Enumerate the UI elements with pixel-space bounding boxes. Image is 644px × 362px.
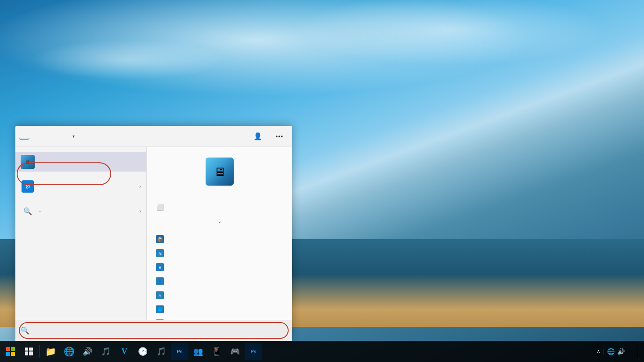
settings-icon: ⚙ [21,179,35,194]
taskbar-left: 📁 🌐 🔊 🎵 V 🕐 🎵 Ps 👥 📱 🎮 Ps [0,343,264,360]
svg-rect-5 [29,348,33,351]
web-section-label [15,196,146,201]
system-tray-icons: ∧ [597,348,601,355]
recent-item-4[interactable]: A [147,288,292,302]
recent-icon-4: A [156,291,164,300]
recent-item-2[interactable]: 🖥 [147,260,292,274]
open-action[interactable]: ⬜ [147,198,292,216]
svg-rect-0 [6,347,10,351]
more-chevron-icon: ▾ [72,134,75,139]
search-input-oval-highlight [19,322,289,339]
system-tray: ∧ | 🌐 🔊 [597,348,627,355]
svg-rect-6 [25,351,28,355]
web-search-item[interactable]: 🔍 - › [15,201,146,221]
recent-icon-3: 👤 [156,277,164,286]
tab-more[interactable]: ▾ [65,131,80,141]
panel-body: 🖥 ⚙ › 🔍 [15,147,292,341]
expand-chevron-icon[interactable]: ⌄ [217,218,222,224]
web-search-title: - [39,208,135,215]
tab-documents[interactable] [42,134,52,139]
left-column: 🖥 ⚙ › 🔍 [15,147,146,341]
recent-item-3[interactable]: 👤 [147,274,292,288]
taskbar-audio[interactable]: 🔊 [79,343,96,360]
search-bar-icon: 🔍 [21,326,29,335]
more-options-button[interactable]: ••• [270,130,289,143]
best-match-item[interactable]: 🖥 [15,152,146,172]
settings-app-item[interactable]: ⚙ › [15,177,146,196]
recent-icon-0: 📦 [156,235,164,244]
recent-item-1[interactable]: 🖨 [147,246,292,260]
web-search-text: - [39,208,135,215]
search-input-bar[interactable]: 🔍 [15,320,292,341]
network-icon[interactable]: 🌐 [607,348,615,355]
web-search-arrow-icon: › [139,208,141,214]
taskbar-file-explorer[interactable]: 📁 [42,343,59,360]
taskbar-phone[interactable]: 📱 [208,343,225,360]
svg-rect-1 [11,347,15,351]
svg-rect-7 [29,351,33,355]
taskbar-divider-1 [40,345,40,358]
search-panel: ▾ 👤 ••• 🖥 ⚙ [15,126,292,341]
start-button[interactable] [2,343,19,360]
svg-rect-3 [11,352,15,356]
right-app-icon: 🖥 [206,158,234,186]
taskbar-vega[interactable]: V [116,343,133,360]
tab-apps[interactable] [30,134,41,139]
taskbar-xbox[interactable]: 🎮 [226,343,244,360]
task-view-button[interactable] [20,343,38,360]
recent-icon-5: 🌐 [156,305,164,314]
taskbar-media[interactable]: 🎵 [97,343,115,360]
recent-item-5[interactable]: 🌐 [147,302,292,316]
taskbar-photoshop[interactable]: Ps [171,343,188,360]
settings-arrow-icon: › [139,183,141,190]
right-top-section: 🖥 [147,147,292,198]
clock[interactable] [629,350,636,353]
taskbar: 📁 🌐 🔊 🎵 V 🕐 🎵 Ps 👥 📱 🎮 Ps ∧ | 🌐 🔊 [0,341,644,362]
taskbar-spotify[interactable]: 🎵 [152,343,170,360]
tray-separator: | [603,348,604,355]
recent-icon-1: 🖨 [156,249,164,258]
tab-web[interactable] [53,134,64,139]
tab-bar: ▾ 👤 ••• [15,126,292,147]
taskbar-clock[interactable]: 🕐 [134,343,152,360]
control-panel-icon: 🖥 [21,155,35,169]
show-desktop-button[interactable] [638,343,640,360]
taskbar-right: ∧ | 🌐 🔊 [597,343,644,360]
recent-item-0[interactable]: 📦 [147,232,292,246]
best-match-label [15,147,146,152]
apps-section-label [15,172,146,177]
svg-rect-4 [25,348,28,351]
taskbar-teams[interactable]: 👥 [189,343,207,360]
tab-bar-right: 👤 ••• [248,129,289,143]
recent-label [147,226,292,232]
svg-rect-2 [6,352,10,356]
open-icon: ⬜ [156,203,164,211]
right-column: 🖥 ⬜ ⌄ 📦 🖨 [146,147,292,341]
taskbar-photoshop2[interactable]: Ps [245,343,262,360]
volume-icon[interactable]: 🔊 [617,348,625,355]
recent-icon-2: 🖥 [156,263,164,272]
web-search-icon: 🔍 [21,204,35,218]
taskbar-chrome[interactable]: 🌐 [60,343,78,360]
person-icon-button[interactable]: 👤 [248,129,268,143]
tab-all[interactable] [19,133,29,140]
